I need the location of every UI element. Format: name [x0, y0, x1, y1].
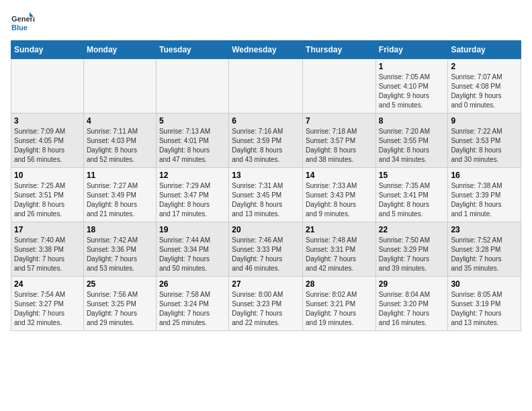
day-info: Sunrise: 7:33 AM Sunset: 3:43 PM Dayligh…	[306, 181, 373, 219]
calendar-header: SundayMondayTuesdayWednesdayThursdayFrid…	[11, 41, 521, 59]
calendar-body: 1Sunrise: 7:05 AM Sunset: 4:10 PM Daylig…	[11, 59, 521, 331]
day-number: 19	[159, 225, 226, 234]
day-number: 13	[232, 171, 300, 180]
day-info: Sunrise: 7:07 AM Sunset: 4:08 PM Dayligh…	[451, 73, 518, 110]
calendar-cell: 10Sunrise: 7:25 AM Sunset: 3:51 PM Dayli…	[11, 168, 84, 222]
calendar-cell: 21Sunrise: 7:48 AM Sunset: 3:31 PM Dayli…	[303, 222, 376, 277]
weekday-header-wednesday: Wednesday	[229, 41, 303, 59]
day-number: 27	[232, 279, 300, 289]
day-info: Sunrise: 7:40 AM Sunset: 3:38 PM Dayligh…	[14, 236, 81, 273]
weekday-row: SundayMondayTuesdayWednesdayThursdayFrid…	[11, 41, 521, 59]
day-number: 7	[306, 116, 373, 126]
day-info: Sunrise: 7:35 AM Sunset: 3:41 PM Dayligh…	[379, 181, 445, 219]
day-number: 30	[451, 279, 518, 289]
day-info: Sunrise: 7:56 AM Sunset: 3:25 PM Dayligh…	[87, 290, 153, 328]
calendar-cell: 28Sunrise: 8:02 AM Sunset: 3:21 PM Dayli…	[303, 277, 376, 331]
weekday-header-thursday: Thursday	[303, 41, 376, 59]
calendar-cell: 3Sunrise: 7:09 AM Sunset: 4:05 PM Daylig…	[11, 113, 84, 168]
calendar-cell: 23Sunrise: 7:52 AM Sunset: 3:28 PM Dayli…	[448, 222, 521, 277]
day-number: 18	[87, 225, 153, 234]
day-info: Sunrise: 7:22 AM Sunset: 3:53 PM Dayligh…	[451, 127, 518, 165]
day-info: Sunrise: 7:27 AM Sunset: 3:49 PM Dayligh…	[87, 181, 153, 219]
day-number: 24	[14, 279, 81, 289]
day-number: 20	[232, 225, 300, 234]
weekday-header-friday: Friday	[375, 41, 448, 59]
calendar-cell: 19Sunrise: 7:44 AM Sunset: 3:34 PM Dayli…	[156, 222, 228, 277]
calendar-cell: 13Sunrise: 7:31 AM Sunset: 3:45 PM Dayli…	[229, 168, 303, 222]
calendar-cell: 8Sunrise: 7:20 AM Sunset: 3:55 PM Daylig…	[375, 113, 448, 168]
day-number: 5	[159, 116, 226, 126]
day-info: Sunrise: 7:52 AM Sunset: 3:28 PM Dayligh…	[451, 236, 518, 273]
weekday-header-monday: Monday	[83, 41, 156, 59]
calendar-cell: 24Sunrise: 7:54 AM Sunset: 3:27 PM Dayli…	[11, 277, 84, 331]
week-row-2: 3Sunrise: 7:09 AM Sunset: 4:05 PM Daylig…	[11, 113, 521, 168]
calendar-cell: 22Sunrise: 7:50 AM Sunset: 3:29 PM Dayli…	[375, 222, 448, 277]
calendar-cell: 30Sunrise: 8:05 AM Sunset: 3:19 PM Dayli…	[448, 277, 521, 331]
day-info: Sunrise: 7:18 AM Sunset: 3:57 PM Dayligh…	[306, 127, 373, 165]
calendar-cell: 29Sunrise: 8:04 AM Sunset: 3:20 PM Dayli…	[375, 277, 448, 331]
calendar-cell: 12Sunrise: 7:29 AM Sunset: 3:47 PM Dayli…	[156, 168, 228, 222]
svg-text:Blue: Blue	[11, 24, 28, 32]
day-info: Sunrise: 7:16 AM Sunset: 3:59 PM Dayligh…	[232, 127, 300, 165]
day-info: Sunrise: 8:05 AM Sunset: 3:19 PM Dayligh…	[451, 290, 518, 328]
day-number: 11	[87, 171, 153, 180]
calendar-cell: 5Sunrise: 7:13 AM Sunset: 4:01 PM Daylig…	[156, 113, 228, 168]
day-number: 25	[87, 279, 153, 289]
day-info: Sunrise: 7:42 AM Sunset: 3:36 PM Dayligh…	[87, 236, 153, 273]
day-number: 29	[379, 279, 445, 289]
day-info: Sunrise: 7:50 AM Sunset: 3:29 PM Dayligh…	[379, 236, 445, 273]
day-info: Sunrise: 7:31 AM Sunset: 3:45 PM Dayligh…	[232, 181, 300, 219]
day-number: 3	[14, 116, 81, 126]
day-number: 21	[306, 225, 373, 234]
day-info: Sunrise: 7:48 AM Sunset: 3:31 PM Dayligh…	[306, 236, 373, 273]
calendar-cell: 20Sunrise: 7:46 AM Sunset: 3:33 PM Dayli…	[229, 222, 303, 277]
calendar-cell: 18Sunrise: 7:42 AM Sunset: 3:36 PM Dayli…	[83, 222, 156, 277]
day-number: 17	[14, 225, 81, 234]
calendar-cell: 26Sunrise: 7:58 AM Sunset: 3:24 PM Dayli…	[156, 277, 228, 331]
header: General Blue	[11, 11, 521, 35]
weekday-header-sunday: Sunday	[11, 41, 84, 59]
calendar-cell: 1Sunrise: 7:05 AM Sunset: 4:10 PM Daylig…	[375, 59, 448, 113]
day-number: 28	[306, 279, 373, 289]
calendar-cell	[229, 59, 303, 113]
day-info: Sunrise: 7:11 AM Sunset: 4:03 PM Dayligh…	[87, 127, 153, 165]
calendar-cell: 25Sunrise: 7:56 AM Sunset: 3:25 PM Dayli…	[83, 277, 156, 331]
calendar-cell: 16Sunrise: 7:38 AM Sunset: 3:39 PM Dayli…	[448, 168, 521, 222]
day-info: Sunrise: 8:02 AM Sunset: 3:21 PM Dayligh…	[306, 290, 373, 328]
day-number: 22	[379, 225, 445, 234]
calendar-cell: 9Sunrise: 7:22 AM Sunset: 3:53 PM Daylig…	[448, 113, 521, 168]
day-info: Sunrise: 7:05 AM Sunset: 4:10 PM Dayligh…	[379, 73, 445, 110]
day-info: Sunrise: 7:38 AM Sunset: 3:39 PM Dayligh…	[451, 181, 518, 219]
calendar-cell: 11Sunrise: 7:27 AM Sunset: 3:49 PM Dayli…	[83, 168, 156, 222]
day-info: Sunrise: 8:04 AM Sunset: 3:20 PM Dayligh…	[379, 290, 445, 328]
day-number: 12	[159, 171, 226, 180]
day-info: Sunrise: 7:44 AM Sunset: 3:34 PM Dayligh…	[159, 236, 226, 273]
day-number: 14	[306, 171, 373, 180]
calendar-cell: 14Sunrise: 7:33 AM Sunset: 3:43 PM Dayli…	[303, 168, 376, 222]
weekday-header-tuesday: Tuesday	[156, 41, 228, 59]
day-info: Sunrise: 7:09 AM Sunset: 4:05 PM Dayligh…	[14, 127, 81, 165]
logo-svg: General Blue	[11, 11, 35, 35]
calendar-cell	[11, 59, 84, 113]
day-info: Sunrise: 8:00 AM Sunset: 3:23 PM Dayligh…	[232, 290, 300, 328]
calendar-table: SundayMondayTuesdayWednesdayThursdayFrid…	[11, 40, 521, 331]
week-row-1: 1Sunrise: 7:05 AM Sunset: 4:10 PM Daylig…	[11, 59, 521, 113]
day-number: 23	[451, 225, 518, 234]
day-info: Sunrise: 7:13 AM Sunset: 4:01 PM Dayligh…	[159, 127, 226, 165]
calendar-cell: 7Sunrise: 7:18 AM Sunset: 3:57 PM Daylig…	[303, 113, 376, 168]
calendar-cell: 4Sunrise: 7:11 AM Sunset: 4:03 PM Daylig…	[83, 113, 156, 168]
calendar-cell	[156, 59, 228, 113]
day-info: Sunrise: 7:20 AM Sunset: 3:55 PM Dayligh…	[379, 127, 445, 165]
week-row-5: 24Sunrise: 7:54 AM Sunset: 3:27 PM Dayli…	[11, 277, 521, 331]
day-number: 10	[14, 171, 81, 180]
week-row-3: 10Sunrise: 7:25 AM Sunset: 3:51 PM Dayli…	[11, 168, 521, 222]
day-info: Sunrise: 7:25 AM Sunset: 3:51 PM Dayligh…	[14, 181, 81, 219]
day-number: 15	[379, 171, 445, 180]
logo: General Blue	[11, 11, 35, 35]
calendar-cell: 27Sunrise: 8:00 AM Sunset: 3:23 PM Dayli…	[229, 277, 303, 331]
day-number: 16	[451, 171, 518, 180]
calendar-cell: 2Sunrise: 7:07 AM Sunset: 4:08 PM Daylig…	[448, 59, 521, 113]
day-info: Sunrise: 7:58 AM Sunset: 3:24 PM Dayligh…	[159, 290, 226, 328]
calendar-cell	[83, 59, 156, 113]
calendar-cell: 17Sunrise: 7:40 AM Sunset: 3:38 PM Dayli…	[11, 222, 84, 277]
